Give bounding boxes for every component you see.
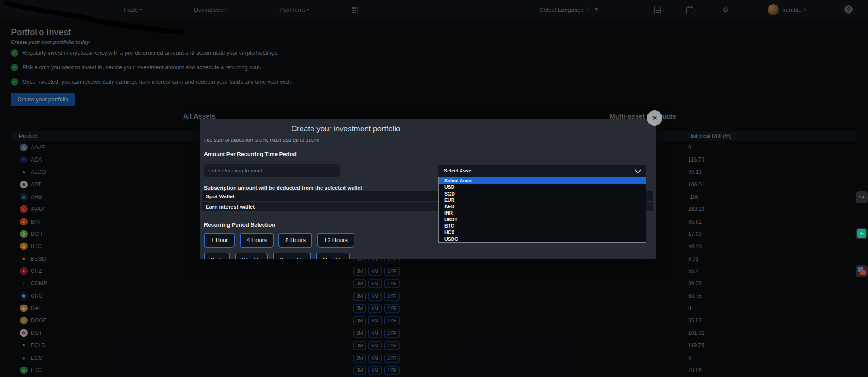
chatgpt-extension-icon[interactable]: ✳	[856, 228, 868, 239]
period-buttons-hours: 1 Hour 4 Hours 8 Hours 12 Hours	[204, 233, 354, 248]
asset-select-value: Select Asset	[444, 168, 473, 173]
wallet-label: Spot Wallet	[202, 193, 235, 200]
chat-bubbles-icon[interactable]	[856, 265, 868, 277]
period-button[interactable]: Bi-weekly	[273, 253, 311, 259]
period-button[interactable]: 8 Hours	[278, 233, 312, 248]
wallet-label: Earn interest wallet	[202, 204, 255, 210]
amount-label: Amount Per Recurring Time Period	[204, 151, 297, 157]
period-button[interactable]: Daily	[204, 253, 230, 259]
recurring-period-label: Recurring Period Selection	[204, 222, 275, 228]
recurring-amount-input[interactable]	[204, 164, 340, 177]
asset-option[interactable]: INR	[439, 210, 646, 216]
investment-portfolio-modal: Create your investment portfolio The sum…	[200, 119, 656, 259]
period-button[interactable]: Weekly	[235, 253, 268, 259]
chevron-down-icon	[635, 167, 641, 173]
asset-option[interactable]: EUR	[439, 197, 646, 203]
wallet-note: Subscription amount will be deducted fro…	[204, 185, 362, 191]
period-button[interactable]: Monthly	[316, 253, 350, 259]
modal-close-button[interactable]: ✕	[647, 110, 662, 126]
asset-option[interactable]: AED	[439, 203, 646, 210]
asset-option[interactable]: Select Asset	[439, 177, 646, 184]
allocation-note-wrapper: The sum of allocation is 0%, must add up…	[203, 139, 319, 144]
asset-option[interactable]: USD	[439, 184, 646, 190]
period-button[interactable]: 1 Hour	[204, 233, 235, 248]
asset-option[interactable]: SGD	[439, 191, 646, 197]
asset-option[interactable]: HCX	[439, 229, 646, 235]
asset-select[interactable]: Select Asset	[438, 165, 646, 177]
period-button[interactable]: 12 Hours	[317, 233, 354, 248]
asset-option[interactable]: BTC	[439, 223, 646, 229]
modal-title: Create your investment portfolio	[292, 124, 401, 134]
asset-option[interactable]: USDC	[439, 236, 646, 242]
allocation-note: The sum of allocation is 0%, must add up…	[203, 139, 319, 143]
period-button[interactable]: 4 Hours	[240, 233, 274, 248]
period-buttons-days: Daily Weekly Bi-weekly Monthly	[204, 253, 350, 259]
asset-options-listbox: Select Asset USD SGD EUR AED INR USDT BT…	[438, 177, 646, 243]
share-arrow-icon[interactable]: ↪	[856, 191, 868, 203]
asset-option[interactable]: USDT	[439, 216, 646, 223]
